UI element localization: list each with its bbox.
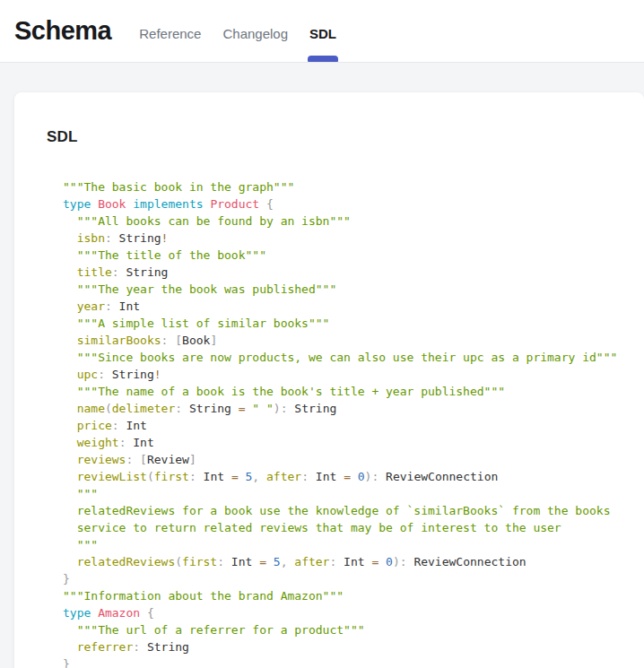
code-token: Review <box>147 453 189 466</box>
code-line: """The year the book was published""" <box>63 281 644 298</box>
tab-bar: Reference Changelog SDL <box>139 0 358 62</box>
code-token: referrer <box>77 640 134 654</box>
code-line: relatedReviews(first: Int = 5, after: In… <box>63 553 644 570</box>
code-token: Int <box>224 555 259 568</box>
code-token: implements <box>133 197 203 211</box>
code-token: = <box>239 402 246 415</box>
code-token: : <box>301 470 309 483</box>
code-token: delimeter <box>112 402 175 415</box>
code-line: similarBooks: [Book] <box>63 332 644 349</box>
code-token <box>63 317 77 330</box>
code-line: type Book implements Product { <box>63 195 644 213</box>
tab-reference[interactable]: Reference <box>139 0 201 62</box>
code-token <box>140 606 147 620</box>
code-token: : <box>189 470 196 483</box>
code-token: service to return related reviews that m… <box>77 521 561 534</box>
code-token: upc <box>77 368 98 381</box>
code-token: ( <box>147 470 154 483</box>
code-token: Int <box>126 436 153 449</box>
code-line: """Information about the brand Amazon""" <box>63 587 644 604</box>
code-token: Book <box>182 334 210 347</box>
code-token: first <box>182 555 217 568</box>
code-block: """The basic book in the graph"""type Bo… <box>47 178 644 668</box>
code-token: String <box>182 402 239 415</box>
code-token: = <box>231 470 239 483</box>
code-line: relatedReviews for a book use the knowle… <box>63 502 644 519</box>
code-token: """The basic book in the graph""" <box>63 180 294 194</box>
code-token: ] <box>210 334 217 347</box>
code-token: ! <box>161 231 169 245</box>
code-token: String <box>288 402 337 415</box>
code-token: String <box>112 231 161 245</box>
code-token <box>91 606 98 620</box>
code-token: """ <box>77 538 98 551</box>
code-line: """The url of a referrer for a product""… <box>63 621 644 638</box>
code-token: Product <box>210 197 259 211</box>
code-line: """ <box>63 536 644 553</box>
code-token: } <box>63 572 70 586</box>
code-token: Int <box>336 555 371 568</box>
code-token: Int <box>196 470 231 483</box>
code-token: year <box>77 299 105 313</box>
code-line: weight: Int <box>63 434 644 451</box>
code-token <box>63 402 77 415</box>
code-line: """The name of a book is the book's titl… <box>63 383 644 400</box>
code-token <box>63 231 77 245</box>
code-line: price: Int <box>63 417 644 434</box>
code-token: : <box>112 265 119 279</box>
code-token: { <box>147 606 154 620</box>
code-token: Int <box>112 299 140 313</box>
code-token: : <box>175 402 182 415</box>
code-token <box>91 197 98 211</box>
code-token: """The title of the book""" <box>77 248 266 262</box>
card-heading: SDL <box>47 128 644 146</box>
code-token: """A simple list of similar books""" <box>77 317 330 330</box>
code-token: 0 <box>358 470 365 483</box>
code-token: [ <box>175 334 182 347</box>
code-line: """The title of the book""" <box>63 247 644 264</box>
code-token: """Information about the brand Amazon""" <box>63 589 344 603</box>
code-token <box>63 453 77 466</box>
code-token <box>351 470 358 483</box>
code-token: price <box>77 419 112 432</box>
code-token: = <box>259 555 266 568</box>
code-line: } <box>63 655 644 668</box>
code-token <box>379 555 386 568</box>
code-token <box>63 470 77 483</box>
code-token: Amazon <box>98 606 140 620</box>
app-header: Schema Reference Changelog SDL <box>0 0 644 63</box>
code-token: Book <box>98 197 126 211</box>
code-token: title <box>77 265 112 279</box>
code-line: title: String <box>63 264 644 281</box>
code-line: } <box>63 570 644 587</box>
code-token <box>63 385 77 398</box>
code-token: ( <box>175 555 182 568</box>
code-token: isbn <box>77 231 105 245</box>
code-token: ReviewConnection <box>379 470 498 483</box>
code-token <box>259 197 266 211</box>
code-token <box>63 248 77 262</box>
code-line: year: Int <box>63 298 644 315</box>
code-token: " " <box>252 402 273 415</box>
code-line: """A simple list of similar books""" <box>63 315 644 332</box>
code-token: name <box>77 402 105 415</box>
code-line: """All books can be found by an isbn""" <box>63 213 644 230</box>
code-token: [ <box>140 453 147 466</box>
main-content: SDL """The basic book in the graph"""typ… <box>0 63 644 668</box>
code-token: : <box>105 299 112 313</box>
code-line: service to return related reviews that m… <box>63 519 644 536</box>
code-token <box>63 487 77 500</box>
code-line: reviewList(first: Int = 5, after: Int = … <box>63 468 644 485</box>
code-token: : <box>98 368 105 381</box>
code-token <box>63 623 77 637</box>
tab-sdl[interactable]: SDL <box>309 0 336 62</box>
code-token: ): <box>393 555 407 568</box>
code-token: reviewList <box>77 470 147 483</box>
code-token: : <box>217 555 224 568</box>
code-token: : <box>133 640 140 654</box>
code-token <box>239 470 246 483</box>
tab-changelog[interactable]: Changelog <box>222 0 288 62</box>
code-token <box>63 538 77 551</box>
code-token: ): <box>274 402 288 415</box>
code-token: ReviewConnection <box>407 555 527 568</box>
